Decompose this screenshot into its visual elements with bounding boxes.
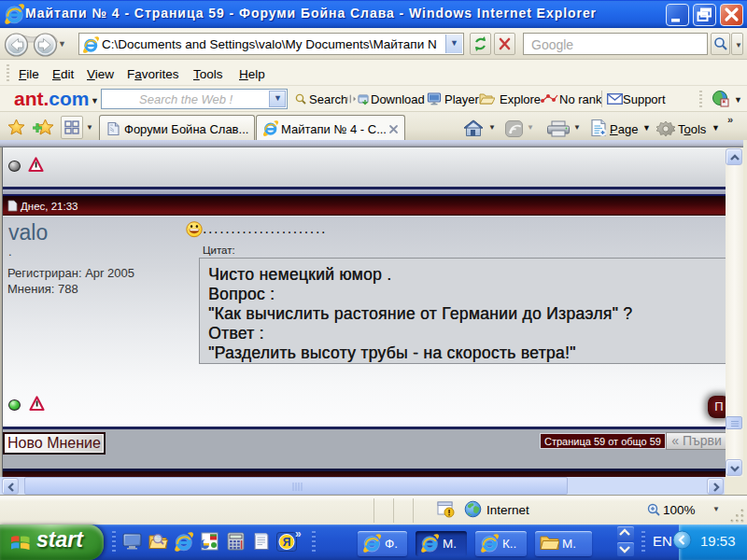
svg-text:Я: Я	[283, 536, 291, 549]
